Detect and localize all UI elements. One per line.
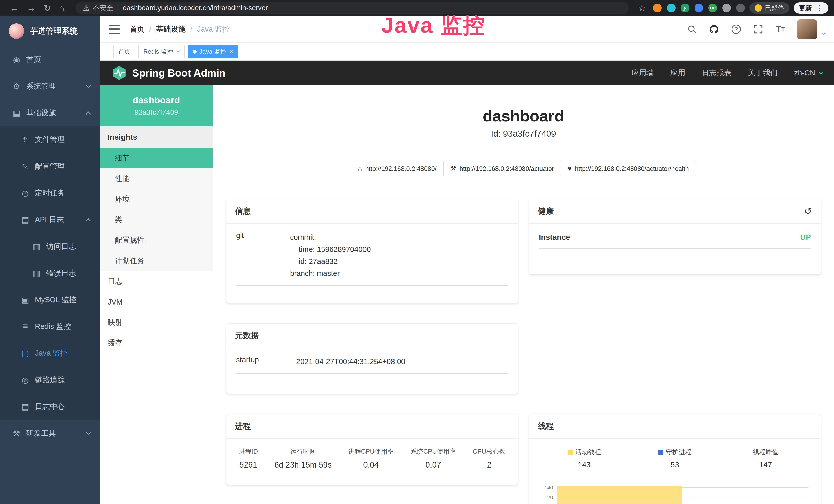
screen-icon: ▢: [20, 349, 31, 358]
sidebar-item-config-management[interactable]: ✎ 配置管理: [0, 153, 100, 180]
breadcrumb-section[interactable]: 基础设施: [156, 24, 186, 35]
instance-id: 93a3fc7f7409: [135, 108, 178, 117]
update-label: 更新: [799, 4, 812, 12]
sba-item-mappings[interactable]: 映射: [100, 312, 213, 333]
sidebar-item-mysql-monitor[interactable]: ▣ MySQL 监控: [0, 287, 100, 313]
extension-icon-orange[interactable]: [653, 4, 662, 12]
sba-nav-about[interactable]: 关于我们: [748, 68, 778, 78]
extension-icon-on-switch[interactable]: on: [708, 4, 717, 12]
sidebar-item-access-logs[interactable]: ▥ 访问日志: [0, 233, 100, 260]
sidebar-item-label: 研发工具: [26, 428, 56, 438]
tab-redis-monitor[interactable]: Redis 监控 ×: [138, 45, 185, 58]
font-size-icon[interactable]: TT: [775, 24, 786, 35]
breadcrumb-home[interactable]: 首页: [130, 24, 145, 35]
tab-home[interactable]: 首页: [113, 45, 135, 58]
hamburger-icon[interactable]: [109, 25, 120, 34]
sba-item-metrics[interactable]: 性能: [100, 168, 213, 189]
extensions-puzzle-icon[interactable]: [736, 4, 745, 12]
app-title: 芋道管理系统: [30, 26, 78, 37]
sba-instance-header[interactable]: dashboard 93a3fc7f7409: [100, 85, 213, 126]
sidebar-item-java-monitor[interactable]: ▢ Java 监控: [0, 340, 100, 367]
update-button[interactable]: 更新 ⋮: [794, 2, 828, 14]
help-icon[interactable]: ?: [731, 24, 742, 35]
document-icon: ▤: [20, 215, 31, 225]
sidebar-item-dev-tools[interactable]: ⚒ 研发工具: [0, 420, 100, 447]
sidebar-item-scheduled-jobs[interactable]: ◷ 定时任务: [0, 180, 100, 206]
sba-nav-applications[interactable]: 应用: [671, 68, 685, 78]
instance-links: ⌂ http://192.168.0.2:48080/ ⚒ http://192…: [213, 161, 834, 176]
admin-sidebar: 芋道管理系统 ◉ 首页 ⚙ 系统管理 ▦ 基础设施 ⇪ 文件管理: [0, 16, 100, 504]
url-text: dashboard.yudao.iocoder.cn/infra/admin-s…: [123, 4, 268, 12]
extension-icon-teal[interactable]: [667, 4, 676, 12]
search-icon[interactable]: [686, 24, 697, 35]
bookmark-star-icon[interactable]: ☆: [638, 3, 646, 13]
sidebar-item-log-center[interactable]: ▤ 日志中心: [0, 393, 100, 420]
fullscreen-icon[interactable]: [753, 24, 764, 35]
sba-nav-journal[interactable]: 日志报表: [702, 68, 731, 78]
sba-item-classes[interactable]: 类: [100, 209, 213, 230]
sba-brand-name: Spring Boot Admin: [132, 67, 225, 79]
sba-item-configprops[interactable]: 配置属性: [100, 230, 213, 251]
wrench-icon: ⚒: [450, 165, 456, 173]
sba-item-logfile[interactable]: 日志: [100, 271, 213, 292]
browser-menu-kebab-icon[interactable]: ⋮: [816, 4, 823, 12]
sba-item-scheduledtasks[interactable]: 计划任务: [100, 251, 213, 271]
sba-item-details[interactable]: 细节: [100, 148, 213, 168]
sidebar-item-home[interactable]: ◉ 首页: [0, 46, 100, 73]
sidebar-item-api-logs[interactable]: ▤ API 日志: [0, 206, 100, 233]
tab-java-monitor[interactable]: Java 监控 ×: [188, 45, 238, 58]
extension-icon-green-y[interactable]: y: [681, 4, 689, 12]
sidebar-item-file-management[interactable]: ⇪ 文件管理: [0, 126, 100, 153]
link-label: http://192.168.0.2:48080/actuator/health: [575, 165, 688, 173]
app-logo-row[interactable]: 芋道管理系统: [0, 16, 100, 46]
paused-badge[interactable]: 已暂停: [749, 2, 789, 14]
sidebar-item-error-logs[interactable]: ▥ 错误日志: [0, 260, 100, 287]
github-icon[interactable]: [709, 24, 720, 35]
sba-item-jvm[interactable]: JVM: [100, 292, 213, 312]
sba-item-caches[interactable]: 缓存: [100, 333, 213, 353]
sba-locale-label: zh-CN: [794, 69, 815, 77]
stat-value: 5261: [239, 460, 258, 469]
sidebar-item-system[interactable]: ⚙ 系统管理: [0, 73, 100, 100]
sidebar-item-tracing[interactable]: ◎ 链路追踪: [0, 367, 100, 393]
extension-icon-gray[interactable]: [722, 4, 731, 12]
back-button[interactable]: ←: [10, 3, 19, 13]
sba-content: dashboard Id: 93a3fc7f7409 ⌂ http://192.…: [213, 85, 834, 504]
tab-label: Java 监控: [199, 47, 226, 56]
sba-brand[interactable]: Spring Boot Admin: [112, 66, 225, 81]
close-icon[interactable]: ×: [229, 48, 233, 55]
status-badge: UP: [800, 233, 811, 242]
sba-nav-wall[interactable]: 应用墙: [632, 68, 654, 78]
sidebar-item-infra[interactable]: ▦ 基础设施: [0, 100, 100, 126]
actuator-url-link[interactable]: ⚒ http://192.168.0.2:48080/actuator: [443, 161, 561, 176]
sidebar-item-label: 定时任务: [35, 188, 65, 198]
tools-icon: ⚒: [11, 429, 22, 438]
sba-locale-select[interactable]: zh-CN: [794, 69, 822, 77]
stat-value: 0.04: [348, 460, 394, 469]
card-title: 线程: [538, 421, 554, 432]
service-url-link[interactable]: ⌂ http://192.168.0.2:48080/: [351, 161, 443, 176]
reload-button[interactable]: ↻: [44, 3, 51, 13]
history-icon[interactable]: ↺: [804, 207, 812, 216]
instance-subtitle: Id: 93a3fc7f7409: [213, 129, 834, 139]
extension-icon-grid[interactable]: [695, 4, 703, 12]
sidebar-item-redis-monitor[interactable]: ≣ Redis 监控: [0, 313, 100, 340]
sba-item-environment[interactable]: 环境: [100, 189, 213, 209]
health-url-link[interactable]: ♥ http://192.168.0.2:48080/actuator/heal…: [561, 161, 696, 176]
admin-menu: ◉ 首页 ⚙ 系统管理 ▦ 基础设施 ⇪ 文件管理 ✎ 配置管理: [0, 46, 100, 447]
close-icon[interactable]: ×: [176, 48, 180, 55]
card-title: 进程: [235, 421, 251, 432]
address-bar[interactable]: ⚠ 不安全 dashboard.yudao.iocoder.cn/infra/a…: [75, 2, 629, 14]
clock-icon: ◷: [20, 188, 31, 198]
chevron-down-icon: [822, 31, 826, 35]
forward-button[interactable]: →: [27, 3, 36, 13]
sba-logo-icon: [112, 66, 127, 81]
threads-chart: 140 120 100: [539, 478, 811, 504]
home-icon: ⌂: [358, 165, 362, 173]
sidebar-item-label: 日志中心: [35, 402, 65, 412]
y-axis-tick: 140: [539, 484, 553, 491]
avatar[interactable]: [797, 19, 817, 39]
home-button[interactable]: ⌂: [59, 3, 65, 13]
monitor-icon: ▦: [11, 108, 22, 118]
legend-daemon-threads: 守护进程 53: [630, 448, 720, 469]
